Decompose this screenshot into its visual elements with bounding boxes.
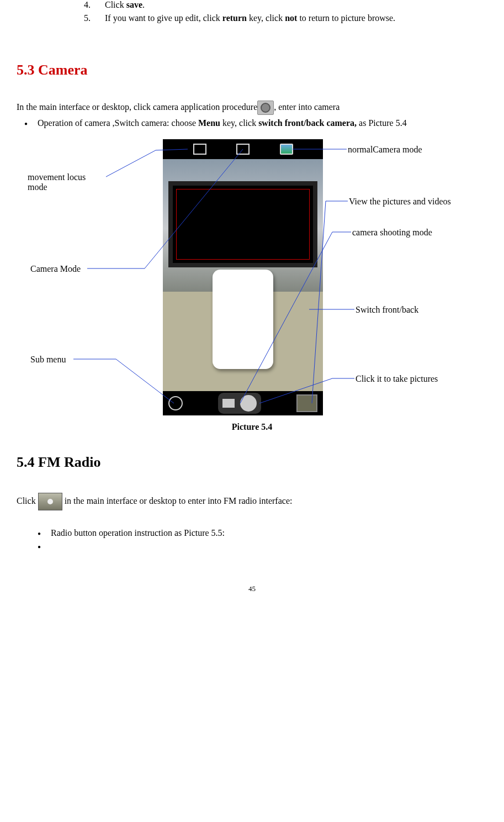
list5-mid2: to return to picture browse.: [297, 13, 395, 23]
viewfinder-monitor: [168, 181, 317, 267]
normal-camera-icon: [280, 144, 293, 155]
list4-pre: Click: [105, 0, 126, 9]
list-item-4: Click save.: [105, 0, 487, 10]
movement-locus-icon: [193, 144, 206, 155]
cb-mid: key, click: [220, 118, 258, 128]
section-heading-fm: 5.4 FM Radio: [17, 454, 487, 471]
cb-pre: Operation of camera ,Switch camera: choo…: [38, 118, 198, 128]
fm-intro: Click in the main interface or desktop t…: [17, 493, 487, 510]
video-mode-icon: [222, 399, 235, 408]
camera-bullet: Operation of camera ,Switch camera: choo…: [38, 118, 487, 128]
viewfinder-phone: [213, 270, 273, 369]
submenu-gear-icon: [168, 396, 183, 410]
callout-camera-mode: Camera Mode: [30, 264, 81, 274]
fm-radio-icon: [38, 493, 62, 510]
fm-bullet-1: Radio button operation instruction as Pi…: [51, 528, 487, 538]
list5-b1: return: [222, 13, 247, 23]
list4-post: .: [142, 0, 145, 9]
camera-figure: movement locus mode Camera Mode Sub menu…: [17, 139, 487, 449]
camera-bottom-bar: [163, 391, 323, 415]
svg-line-0: [106, 150, 156, 177]
camera-intro: In the main interface or desktop, click …: [17, 101, 487, 115]
shutter-button-icon: [240, 395, 257, 412]
figure-caption: Picture 5.4: [17, 422, 487, 432]
callout-movement-locus: movement locus mode: [28, 172, 105, 192]
page-number: 45: [17, 584, 487, 604]
callout-shooting-mode: camera shooting mode: [352, 228, 432, 238]
list5-pre: If you want to give up edit, click: [105, 13, 222, 23]
callout-normal-camera: normalCamera mode: [348, 145, 422, 155]
shutter-group: [218, 393, 261, 414]
section-heading-camera: 5.3 Camera: [17, 62, 487, 78]
gallery-thumbnail: [296, 394, 317, 412]
cb-b1: Menu: [198, 118, 220, 128]
fm-intro-pre: Click: [17, 496, 38, 505]
callout-switch-front-back: Switch front/back: [356, 305, 418, 315]
camera-top-bar: [163, 139, 323, 159]
list5-b2: not: [285, 13, 297, 23]
camera-viewfinder: [163, 159, 323, 391]
callout-view-pictures: View the pictures and videos: [349, 197, 451, 207]
camera-screenshot: [163, 139, 323, 415]
callout-sub-menu: Sub menu: [30, 355, 66, 365]
list-item-5: If you want to give up edit, click retur…: [105, 13, 487, 23]
fm-bullet-2-empty: [51, 541, 487, 551]
cb-b2: switch front/back camera,: [258, 118, 357, 128]
list5-mid1: key, click: [247, 13, 285, 23]
cb-post: as Picture 5.4: [357, 118, 407, 128]
camera-app-icon: [257, 101, 274, 115]
fm-intro-post: in the main interface or desktop to ente…: [62, 496, 293, 505]
callout-take-pictures: Click it to take pictures: [356, 374, 438, 384]
camera-intro-pre: In the main interface or desktop, click …: [17, 102, 257, 112]
camera-intro-post: , enter into camera: [274, 102, 339, 112]
camera-mode-icon: [236, 144, 250, 155]
list4-bold: save: [126, 0, 142, 9]
